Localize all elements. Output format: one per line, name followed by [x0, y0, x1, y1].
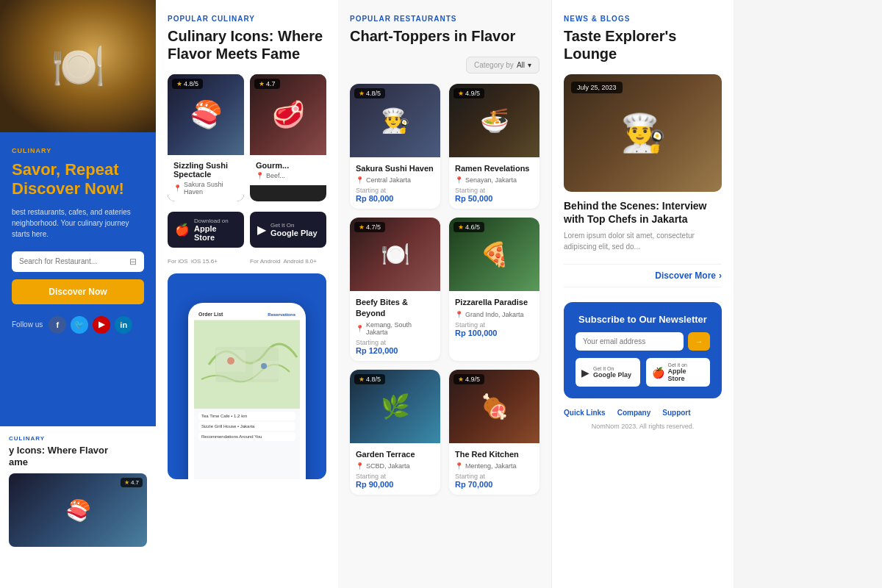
apple-store-button[interactable]: 🍎 Download on Apple Store: [168, 212, 244, 248]
android-version: Android 8.0+: [283, 258, 317, 265]
apple-store-icon: 🍎: [652, 367, 664, 379]
food-cards-grid: 🍣 ★ 4.8/5 Sizzling Sushi Spectacle 📍 Sak…: [168, 74, 326, 201]
restaurants-section: POPULAR RESTAURANTS Chart-Toppers in Fla…: [338, 0, 551, 588]
phone-list-item-2: Sizzle Grill House • Jakarta: [198, 422, 295, 431]
filter-icon[interactable]: ⊟: [129, 257, 137, 267]
youtube-icon[interactable]: ▶: [93, 316, 110, 334]
restaurant-name-1: Sakura Sushi Haven: [356, 163, 434, 173]
apple-icon: 🍎: [175, 223, 190, 237]
twitter-icon[interactable]: 🐦: [71, 316, 88, 334]
restaurant-rating-5: ★ 4.8/5: [354, 374, 385, 384]
newsletter-google-play-button[interactable]: ▶ Get It On Google Play: [576, 358, 640, 387]
restaurant-rating-3: ★ 4.7/5: [354, 222, 385, 232]
price-label-5: Starting at: [356, 473, 434, 480]
linkedin-icon[interactable]: in: [115, 316, 132, 334]
restaurant-rating-1: ★ 4.8/5: [354, 88, 385, 98]
restaurant-card-3[interactable]: 🍽️ ★ 4.7/5 Beefy Bites & Beyond 📍 Kemang…: [350, 218, 440, 361]
category-filter-button[interactable]: Category by All ▾: [466, 57, 539, 74]
apple-store-label: Get it on: [668, 362, 705, 368]
newsletter-title: Subscribe to Our Newsletter: [576, 314, 710, 325]
phone-list-item-3: Recommendations Around You: [198, 432, 295, 441]
restaurant-info-3: Beefy Bites & Beyond 📍 Kemang, South Jak…: [350, 291, 440, 361]
location-pin-icon-r6: 📍: [455, 462, 463, 470]
restaurant-card-2[interactable]: 🍜 ★ 4.9/5 Ramen Revelations 📍 Senayan, J…: [449, 84, 539, 209]
newsletter-email-input[interactable]: [576, 332, 684, 351]
restaurant-info-1: Sakura Sushi Haven 📍 Central Jakarta Sta…: [350, 157, 440, 209]
discover-now-button[interactable]: Discover Now: [12, 279, 144, 304]
location-pin-icon-r1: 📍: [356, 176, 364, 184]
restaurant-rating-2: ★ 4.9/5: [453, 88, 484, 98]
restaurant-card-6[interactable]: 🍖 ★ 4.9/5 The Red Kitchen 📍 Menteng, Jak…: [449, 370, 539, 495]
phone-list: Tea Time Cafe • 1.2 km Sizzle Grill Hous…: [194, 409, 300, 445]
hero-food-image: [0, 0, 156, 132]
newsletter-section: Subscribe to Our Newsletter → ▶ Get It O…: [564, 302, 722, 398]
hero-title: Savor, Repeat Discover Now!: [12, 160, 144, 199]
footer-link-quicklinks[interactable]: Quick Links: [564, 409, 606, 417]
apple-store-name: Apple Store: [668, 368, 705, 382]
restaurant-card-1[interactable]: 👨‍🍳 ★ 4.8/5 Sakura Sushi Haven 📍 Central…: [350, 84, 440, 209]
restaurant-name-3: Beefy Bites & Beyond: [356, 297, 434, 318]
food-card-sushi[interactable]: 🍣 ★ 4.8/5 Sizzling Sushi Spectacle 📍 Sak…: [168, 74, 244, 201]
newsletter-apple-store-button[interactable]: 🍎 Get it on Apple Store: [646, 358, 711, 387]
culinary-section: POPULAR CULINARY Culinary Icons: Where F…: [156, 0, 338, 588]
android-label: For Android: [250, 258, 280, 265]
footer-copyright: NomNom 2023. All rights reserved.: [564, 423, 722, 430]
phone-screen: Order List Reservations: [194, 309, 300, 479]
food-card-beef[interactable]: 🥩 ★ 4.7 Gourm... 📍 Beef...: [250, 74, 326, 201]
restaurant-info-4: Pizzarella Paradise 📍 Grand Indo, Jakart…: [449, 291, 539, 343]
food-card-rating-beef: ★ 4.7: [254, 79, 280, 89]
svg-point-4: [261, 363, 267, 369]
search-input[interactable]: [19, 257, 129, 265]
filter-bar: Category by All ▾: [350, 57, 539, 74]
app-download-section: 🍎 Download on Apple Store ▶ Get It On Go…: [168, 212, 326, 248]
restaurant-card-4[interactable]: 🍕 ★ 4.6/5 Pizzarella Paradise 📍 Grand In…: [449, 218, 539, 361]
play-icon: ▶: [257, 223, 266, 237]
news-section: NEWS & BLOGS Taste Explorer's Lounge 👨‍🍳…: [551, 0, 734, 588]
restaurant-info-2: Ramen Revelations 📍 Senayan, Jakarta Sta…: [449, 157, 539, 209]
restaurant-info-5: Garden Terrace 📍 SCBD, Jakarta Starting …: [350, 443, 440, 495]
chevron-down-icon: ▾: [528, 61, 531, 69]
facebook-icon[interactable]: f: [49, 316, 66, 334]
ios-version: iOS 15.6+: [191, 258, 218, 265]
food-card-location-sushi: 📍 Sakura Sushi Haven: [173, 181, 238, 196]
restaurant-image-3: 🍽️ ★ 4.7/5: [350, 218, 440, 291]
phone-header: Order List Reservations: [194, 309, 300, 320]
apple-btn-name: Apple Store: [194, 224, 237, 242]
hero-description: best restaurants, cafes, and eateries ne…: [12, 207, 144, 240]
chevron-right-icon: ›: [719, 270, 722, 281]
food-card-location-beef: 📍 Beef...: [256, 172, 320, 179]
app-versions: For iOS iOS 15.6+ For Android Android 8.…: [168, 258, 326, 265]
svg-rect-2: [253, 361, 279, 379]
location-pin-icon-r3: 📍: [356, 325, 364, 332]
hero-content: CULINARY Savor, Repeat Discover Now! bes…: [0, 132, 156, 348]
restaurant-price-4: Rp 100,000: [455, 329, 534, 337]
restaurant-name-5: Garden Terrace: [356, 449, 434, 459]
category-filter-value: All: [517, 61, 525, 69]
food-card-image-beef: 🥩 ★ 4.7: [250, 74, 326, 155]
footer-link-support[interactable]: Support: [662, 409, 690, 417]
google-play-button[interactable]: ▶ Get It On Google Play: [250, 212, 326, 248]
ios-label: For iOS: [168, 258, 188, 265]
restaurant-name-4: Pizzarella Paradise: [455, 297, 534, 307]
restaurant-card-5[interactable]: 🌿 ★ 4.8/5 Garden Terrace 📍 SCBD, Jakarta…: [350, 370, 440, 495]
follow-label: Follow us: [12, 320, 43, 329]
restaurants-title: Chart-Toppers in Flavor: [350, 27, 539, 45]
footer-link-company[interactable]: Company: [617, 409, 651, 417]
restaurant-price-5: Rp 90,000: [356, 480, 434, 489]
news-tag: NEWS & BLOGS: [564, 15, 722, 23]
discover-more-link[interactable]: Discover More ›: [564, 264, 722, 287]
price-label-6: Starting at: [455, 473, 534, 480]
search-bar[interactable]: ⊟: [12, 251, 144, 272]
restaurant-image-2: 🍜 ★ 4.9/5: [449, 84, 539, 157]
phone-mockup: Order List Reservations: [188, 303, 306, 479]
restaurant-name-2: Ramen Revelations: [455, 163, 534, 173]
culinary-tag: POPULAR CULINARY: [168, 15, 326, 23]
food-card-name-beef: Gourm...: [256, 161, 320, 170]
news-title: Taste Explorer's Lounge: [564, 27, 722, 62]
news-date: July 25, 2023: [571, 82, 623, 93]
location-pin-icon-2: 📍: [256, 172, 264, 179]
food-card-rating-sushi: ★ 4.8/5: [172, 79, 203, 89]
phone-header-text: Order List: [198, 312, 223, 317]
restaurant-info-6: The Red Kitchen 📍 Menteng, Jakarta Start…: [449, 443, 539, 495]
newsletter-submit-button[interactable]: →: [688, 332, 710, 351]
